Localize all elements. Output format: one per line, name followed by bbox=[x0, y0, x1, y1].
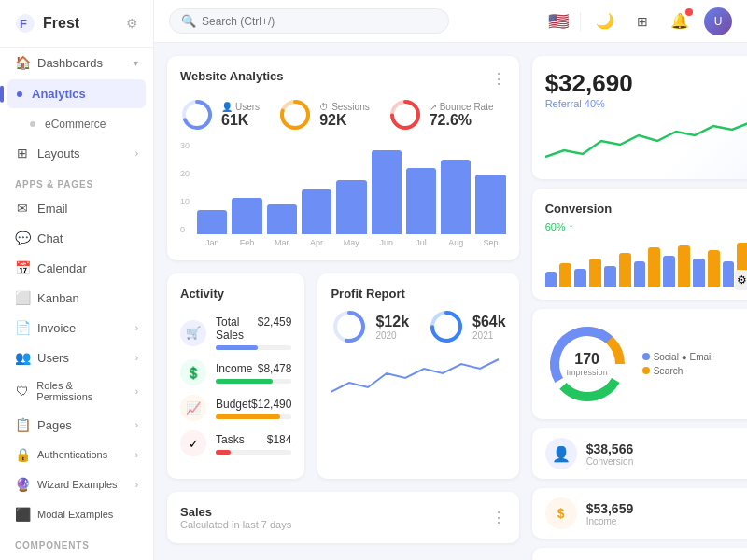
registration-card: Registration 58.4k↑ 12.8% bbox=[532, 548, 747, 560]
bounce-value: 72.6% bbox=[430, 112, 494, 129]
progress-fill bbox=[216, 379, 273, 384]
moon-button[interactable]: 🌙 bbox=[592, 8, 618, 35]
chevron-right-icon2: › bbox=[135, 323, 138, 333]
bar-Mar bbox=[267, 204, 297, 234]
topbar-right: 🇺🇸 🌙 ⊞ 🔔 U bbox=[548, 7, 732, 35]
users-label: Users bbox=[37, 351, 69, 365]
sidebar-item-modal[interactable]: ⬛ Modal Examples bbox=[0, 499, 153, 529]
sidebar-item-analytics[interactable]: Analytics bbox=[7, 79, 146, 108]
sidebar-item-users[interactable]: 👥 Users › bbox=[0, 343, 153, 372]
svg-text:F: F bbox=[20, 17, 27, 31]
wizard-icon: 🔮 bbox=[15, 477, 30, 492]
sidebar-item-pages[interactable]: 📋 Pages › bbox=[0, 410, 153, 440]
bell-button[interactable]: 🔔 bbox=[667, 8, 693, 35]
y-axis-labels: 3020100 bbox=[180, 141, 193, 234]
analytics-card: Website Analytics ⋮ 👤Users 61K bbox=[167, 56, 519, 260]
chart-label-Apr: Apr bbox=[302, 238, 331, 247]
activity-row-tasks: ✓ Tasks $184 bbox=[180, 430, 291, 456]
activity-amount: $8,478 bbox=[258, 362, 292, 375]
invoice-label: Invoice bbox=[37, 321, 76, 335]
ecommerce-label: eCommerce bbox=[45, 118, 106, 131]
logo-icon: F bbox=[15, 13, 35, 34]
profit-year-2021: 2021 bbox=[472, 330, 506, 341]
auth-label: Authentications bbox=[37, 449, 107, 460]
chevron-right-icon4: › bbox=[135, 386, 138, 397]
chart-area: 3020100 JanFebMarAprMayJunJulAugSep bbox=[180, 141, 506, 247]
progress-track bbox=[216, 345, 291, 350]
sidebar-item-layouts[interactable]: ⊞ Layouts › bbox=[0, 138, 153, 168]
activity-icon: 📈 bbox=[180, 395, 206, 421]
activity-icon: ✓ bbox=[180, 430, 206, 456]
activity-name: Budget bbox=[216, 398, 251, 411]
bottom-row: Activity 🛒 Total Sales $2,459 💲 Income $… bbox=[167, 273, 519, 479]
bounce-label: ↗Bounce Rate bbox=[430, 102, 494, 112]
sales-card: Sales Calculated in last 7 days ⋮ bbox=[167, 492, 519, 543]
search-input[interactable] bbox=[202, 15, 437, 28]
sidebar-item-kanban[interactable]: ⬜ Kanban bbox=[0, 283, 153, 313]
activity-amount: $12,490 bbox=[251, 398, 291, 411]
calendar-icon: 📅 bbox=[15, 260, 30, 275]
sidebar-item-wizard[interactable]: 🔮 Wizard Examples › bbox=[0, 469, 153, 499]
analytics-metrics: 👤Users 61K ⏱Sessions 92K bbox=[180, 98, 506, 132]
legend-social: Social ● Email bbox=[642, 352, 713, 362]
chart-label-Jan: Jan bbox=[197, 238, 227, 247]
sidebar-item-chat[interactable]: 💬 Chat bbox=[0, 223, 153, 253]
stat-income-icon: $ bbox=[545, 497, 577, 529]
settings-icon[interactable]: ⚙ bbox=[735, 270, 747, 290]
chevron-right-icon3: › bbox=[135, 353, 138, 363]
search-box[interactable]: 🔍 bbox=[169, 8, 449, 34]
dashboard-icon: 🏠 bbox=[15, 55, 30, 70]
conversion-card: Conversion 60% ↑ 89k ⚙ bbox=[532, 189, 747, 300]
profit-card: Profit Report $12k 2020 bbox=[317, 273, 518, 479]
search-icon: 🔍 bbox=[181, 14, 196, 28]
auth-icon: 🔒 bbox=[15, 447, 30, 462]
calendar-label: Calendar bbox=[37, 261, 87, 275]
activity-name: Tasks bbox=[216, 433, 245, 446]
modal-icon: ⬛ bbox=[15, 507, 30, 522]
impression-value: 170 bbox=[567, 351, 608, 368]
conv-bar-2 bbox=[574, 269, 586, 287]
bounce-ring bbox=[388, 98, 422, 132]
profit-title: Profit Report bbox=[331, 287, 404, 301]
avatar[interactable]: U bbox=[704, 7, 732, 35]
notification-badge bbox=[685, 8, 693, 16]
modal-label: Modal Examples bbox=[37, 509, 113, 520]
activity-info: Total Sales $2,459 bbox=[216, 315, 291, 350]
profit-chart bbox=[331, 355, 505, 401]
kanban-icon: ⬜ bbox=[15, 290, 30, 305]
stat-income-info: $53,659 Income bbox=[586, 501, 747, 526]
bounce-metric: ↗Bounce Rate 72.6% bbox=[388, 98, 494, 132]
profit-ring-2021 bbox=[428, 308, 465, 345]
analytics-header: Website Analytics ⋮ bbox=[180, 69, 506, 89]
analytics-menu[interactable]: ⋮ bbox=[491, 70, 506, 88]
brand-name: Frest bbox=[43, 15, 79, 32]
sidebar-item-invoice[interactable]: 📄 Invoice › bbox=[0, 313, 153, 343]
sidebar-gear-icon[interactable]: ⚙ bbox=[126, 16, 138, 31]
chart-label-Sep: Sep bbox=[475, 238, 505, 247]
email-label: Email bbox=[37, 202, 68, 216]
profit-val-2021: $64k bbox=[472, 314, 506, 330]
layouts-label: Layouts bbox=[37, 147, 80, 161]
sales-menu[interactable]: ⋮ bbox=[491, 509, 506, 526]
sidebar-logo: F Frest ⚙ bbox=[0, 0, 153, 48]
sidebar-item-auth[interactable]: 🔒 Authentications › bbox=[0, 440, 153, 469]
impression-card: 170 Impression Social ● Email Search bbox=[532, 309, 747, 419]
conversion-header: Conversion 60% ↑ 89k bbox=[545, 202, 747, 232]
conversion-percent: 60% ↑ bbox=[545, 221, 613, 232]
sidebar-item-calendar[interactable]: 📅 Calendar bbox=[0, 253, 153, 283]
profit-year-2020: 2020 bbox=[375, 330, 409, 341]
sidebar-item-dashboards[interactable]: 🏠 Dashboards ▾ bbox=[0, 48, 153, 77]
conv-bar-12 bbox=[723, 261, 735, 287]
grid-button[interactable]: ⊞ bbox=[629, 8, 655, 35]
activity-rows: 🛒 Total Sales $2,459 💲 Income $8,478 📈 bbox=[180, 315, 291, 456]
sidebar-item-cards[interactable]: 🃏 Cards › bbox=[0, 554, 153, 560]
sidebar-item-roles[interactable]: 🛡 Roles & Permissions › bbox=[0, 372, 153, 410]
sidebar-item-email[interactable]: ✉ Email bbox=[0, 193, 153, 223]
invoice-icon: 📄 bbox=[15, 320, 30, 335]
conv-bar-1 bbox=[559, 263, 571, 287]
flag-icon[interactable]: 🇺🇸 bbox=[548, 11, 569, 32]
profit-item-2021: $64k 2021 bbox=[428, 308, 506, 345]
sidebar-item-ecommerce[interactable]: eCommerce bbox=[0, 110, 153, 138]
bar-Aug bbox=[441, 160, 471, 234]
conv-bar-5 bbox=[619, 253, 631, 287]
